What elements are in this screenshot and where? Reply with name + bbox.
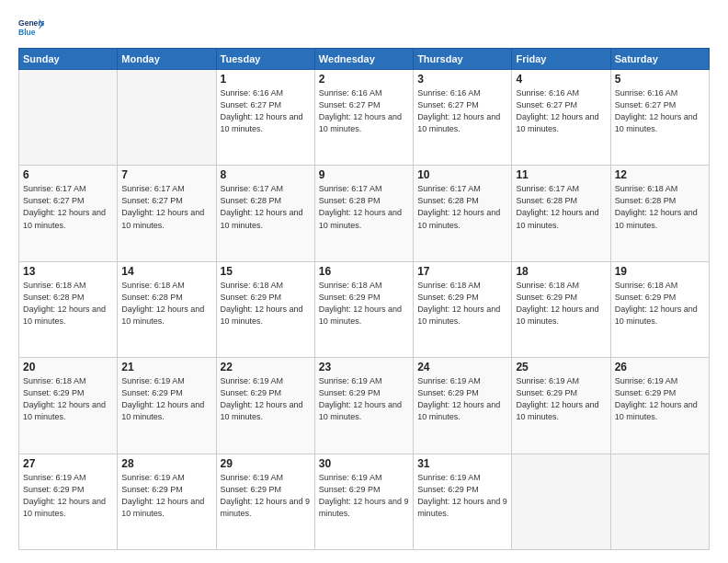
calendar-cell: 19Sunrise: 6:18 AM Sunset: 6:29 PM Dayli… <box>610 261 709 357</box>
svg-text:Blue: Blue <box>18 28 36 37</box>
day-info: Sunrise: 6:19 AM Sunset: 6:29 PM Dayligh… <box>121 472 211 520</box>
day-info: Sunrise: 6:18 AM Sunset: 6:29 PM Dayligh… <box>319 280 409 327</box>
calendar-cell: 16Sunrise: 6:18 AM Sunset: 6:29 PM Dayli… <box>314 261 413 357</box>
day-number: 22 <box>221 361 311 373</box>
day-number: 6 <box>23 168 113 181</box>
day-number: 24 <box>417 361 507 373</box>
logo-icon: General Blue <box>18 17 44 39</box>
calendar-cell: 30Sunrise: 6:19 AM Sunset: 6:29 PM Dayli… <box>314 454 413 549</box>
day-number: 7 <box>121 168 211 181</box>
weekday-header: Tuesday <box>216 49 314 70</box>
calendar-cell: 26Sunrise: 6:19 AM Sunset: 6:29 PM Dayli… <box>610 358 709 454</box>
day-info: Sunrise: 6:19 AM Sunset: 6:29 PM Dayligh… <box>319 375 409 423</box>
calendar-cell <box>118 70 216 166</box>
day-info: Sunrise: 6:16 AM Sunset: 6:27 PM Dayligh… <box>221 87 311 135</box>
day-info: Sunrise: 6:18 AM Sunset: 6:28 PM Dayligh… <box>121 280 211 327</box>
header: General Blue <box>18 17 710 39</box>
day-number: 13 <box>23 265 113 278</box>
calendar-cell <box>610 454 709 549</box>
day-number: 21 <box>121 361 211 373</box>
calendar-cell: 24Sunrise: 6:19 AM Sunset: 6:29 PM Dayli… <box>414 358 512 454</box>
calendar-cell <box>19 70 118 166</box>
calendar-cell: 25Sunrise: 6:19 AM Sunset: 6:29 PM Dayli… <box>512 358 610 454</box>
day-number: 3 <box>417 73 507 86</box>
weekday-header: Monday <box>118 49 216 70</box>
day-info: Sunrise: 6:18 AM Sunset: 6:29 PM Dayligh… <box>417 280 507 327</box>
day-info: Sunrise: 6:17 AM Sunset: 6:28 PM Dayligh… <box>417 183 507 231</box>
day-info: Sunrise: 6:19 AM Sunset: 6:29 PM Dayligh… <box>221 472 311 520</box>
calendar-cell: 21Sunrise: 6:19 AM Sunset: 6:29 PM Dayli… <box>118 358 216 454</box>
calendar-cell: 1Sunrise: 6:16 AM Sunset: 6:27 PM Daylig… <box>216 70 314 166</box>
day-info: Sunrise: 6:19 AM Sunset: 6:29 PM Dayligh… <box>417 472 507 520</box>
day-number: 16 <box>319 265 409 278</box>
calendar-cell: 20Sunrise: 6:18 AM Sunset: 6:29 PM Dayli… <box>19 358 118 454</box>
day-info: Sunrise: 6:17 AM Sunset: 6:28 PM Dayligh… <box>516 183 606 231</box>
weekday-header: Saturday <box>610 49 709 70</box>
day-info: Sunrise: 6:16 AM Sunset: 6:27 PM Dayligh… <box>516 87 606 135</box>
weekday-header: Friday <box>512 49 610 70</box>
day-info: Sunrise: 6:18 AM Sunset: 6:28 PM Dayligh… <box>615 183 705 231</box>
calendar-cell: 2Sunrise: 6:16 AM Sunset: 6:27 PM Daylig… <box>314 70 413 166</box>
day-info: Sunrise: 6:19 AM Sunset: 6:29 PM Dayligh… <box>221 375 311 423</box>
day-number: 17 <box>417 265 507 278</box>
day-number: 25 <box>516 361 606 373</box>
day-info: Sunrise: 6:17 AM Sunset: 6:27 PM Dayligh… <box>23 183 113 231</box>
day-number: 28 <box>121 457 211 470</box>
day-info: Sunrise: 6:17 AM Sunset: 6:27 PM Dayligh… <box>121 183 211 231</box>
day-number: 5 <box>615 73 705 86</box>
day-info: Sunrise: 6:19 AM Sunset: 6:29 PM Dayligh… <box>121 375 211 423</box>
day-number: 31 <box>417 457 507 470</box>
calendar-cell: 27Sunrise: 6:19 AM Sunset: 6:29 PM Dayli… <box>19 454 118 549</box>
day-info: Sunrise: 6:19 AM Sunset: 6:29 PM Dayligh… <box>319 472 409 520</box>
day-number: 26 <box>615 361 705 373</box>
day-number: 10 <box>417 168 507 181</box>
day-number: 14 <box>121 265 211 278</box>
calendar-cell: 31Sunrise: 6:19 AM Sunset: 6:29 PM Dayli… <box>414 454 512 549</box>
day-info: Sunrise: 6:18 AM Sunset: 6:29 PM Dayligh… <box>516 280 606 327</box>
calendar-cell: 6Sunrise: 6:17 AM Sunset: 6:27 PM Daylig… <box>19 166 118 261</box>
day-number: 15 <box>221 265 311 278</box>
day-info: Sunrise: 6:18 AM Sunset: 6:29 PM Dayligh… <box>615 280 705 327</box>
calendar-cell: 9Sunrise: 6:17 AM Sunset: 6:28 PM Daylig… <box>314 166 413 261</box>
day-info: Sunrise: 6:18 AM Sunset: 6:29 PM Dayligh… <box>23 375 113 423</box>
day-number: 8 <box>221 168 311 181</box>
day-number: 18 <box>516 265 606 278</box>
day-number: 27 <box>23 457 113 470</box>
calendar-cell: 15Sunrise: 6:18 AM Sunset: 6:29 PM Dayli… <box>216 261 314 357</box>
day-info: Sunrise: 6:16 AM Sunset: 6:27 PM Dayligh… <box>417 87 507 135</box>
calendar-cell: 10Sunrise: 6:17 AM Sunset: 6:28 PM Dayli… <box>414 166 512 261</box>
calendar-cell: 5Sunrise: 6:16 AM Sunset: 6:27 PM Daylig… <box>610 70 709 166</box>
day-info: Sunrise: 6:16 AM Sunset: 6:27 PM Dayligh… <box>615 87 705 135</box>
day-number: 30 <box>319 457 409 470</box>
calendar-cell: 12Sunrise: 6:18 AM Sunset: 6:28 PM Dayli… <box>610 166 709 261</box>
weekday-header: Wednesday <box>314 49 413 70</box>
calendar-cell: 13Sunrise: 6:18 AM Sunset: 6:28 PM Dayli… <box>19 261 118 357</box>
day-info: Sunrise: 6:19 AM Sunset: 6:29 PM Dayligh… <box>516 375 606 423</box>
calendar-cell: 28Sunrise: 6:19 AM Sunset: 6:29 PM Dayli… <box>118 454 216 549</box>
day-number: 12 <box>615 168 705 181</box>
calendar-cell: 18Sunrise: 6:18 AM Sunset: 6:29 PM Dayli… <box>512 261 610 357</box>
day-number: 19 <box>615 265 705 278</box>
day-info: Sunrise: 6:19 AM Sunset: 6:29 PM Dayligh… <box>23 472 113 520</box>
day-number: 9 <box>319 168 409 181</box>
day-info: Sunrise: 6:17 AM Sunset: 6:28 PM Dayligh… <box>319 183 409 231</box>
day-number: 11 <box>516 168 606 181</box>
calendar-cell: 23Sunrise: 6:19 AM Sunset: 6:29 PM Dayli… <box>314 358 413 454</box>
calendar-cell: 7Sunrise: 6:17 AM Sunset: 6:27 PM Daylig… <box>118 166 216 261</box>
day-info: Sunrise: 6:19 AM Sunset: 6:29 PM Dayligh… <box>417 375 507 423</box>
day-number: 23 <box>319 361 409 373</box>
calendar-cell: 29Sunrise: 6:19 AM Sunset: 6:29 PM Dayli… <box>216 454 314 549</box>
page: General Blue SundayMondayTuesdayWednesda… <box>0 0 728 563</box>
logo: General Blue <box>18 17 44 39</box>
calendar-cell <box>512 454 610 549</box>
day-number: 2 <box>319 73 409 86</box>
calendar-table: SundayMondayTuesdayWednesdayThursdayFrid… <box>18 48 710 550</box>
day-info: Sunrise: 6:16 AM Sunset: 6:27 PM Dayligh… <box>319 87 409 135</box>
calendar-cell: 11Sunrise: 6:17 AM Sunset: 6:28 PM Dayli… <box>512 166 610 261</box>
weekday-header: Sunday <box>19 49 118 70</box>
day-number: 20 <box>23 361 113 373</box>
calendar-cell: 14Sunrise: 6:18 AM Sunset: 6:28 PM Dayli… <box>118 261 216 357</box>
day-info: Sunrise: 6:19 AM Sunset: 6:29 PM Dayligh… <box>615 375 705 423</box>
day-info: Sunrise: 6:18 AM Sunset: 6:29 PM Dayligh… <box>221 280 311 327</box>
day-number: 4 <box>516 73 606 86</box>
